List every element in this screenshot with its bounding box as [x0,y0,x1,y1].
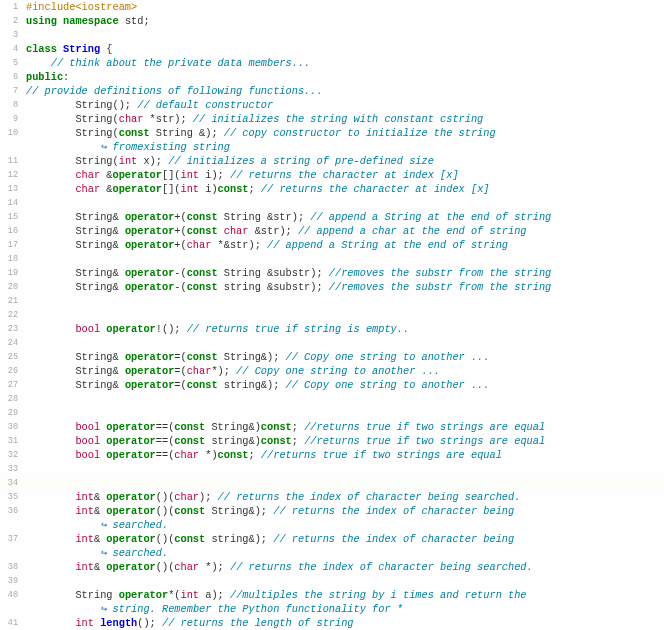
line-number: 38 [0,560,24,574]
code-line: 8 String(); // default constructor [0,98,664,112]
line-number: 28 [0,392,24,406]
code-text: public: [24,70,69,84]
code-line: 6public: [0,70,664,84]
code-line: 27 String& operator=(const string&); // … [0,378,664,392]
line-number: 30 [0,420,24,434]
code-text: // think about the private data members.… [24,56,310,70]
code-text: String& operator+(const char &str); // a… [24,224,527,238]
code-text: String& operator-(const String &substr);… [24,266,551,280]
code-line: 39 [0,574,664,588]
code-line: 2using namespace std; [0,14,664,28]
code-text: bool operator==(char *)const; //returns … [24,448,502,462]
code-text: String& operator=(const string&); // Cop… [24,378,489,392]
code-line: 17 String& operator+(char *&str); // app… [0,238,664,252]
code-text: #include<iostream> [24,0,137,14]
line-number: 4 [0,42,24,56]
line-number: 15 [0,210,24,224]
line-number: 3 [0,28,24,42]
line-number: 5 [0,56,24,70]
code-line: 24 [0,336,664,350]
line-number: 20 [0,280,24,294]
code-line: 22 [0,308,664,322]
code-line: 19 String& operator-(const String &subst… [0,266,664,280]
code-text: String& operator=(const String&); // Cop… [24,350,489,364]
code-line: 11 String(int x); // initializes a strin… [0,154,664,168]
code-line: 33 [0,462,664,476]
line-number: 39 [0,574,24,588]
code-listing: 1#include<iostream>2using namespace std;… [0,0,664,630]
line-number: 40 [0,588,24,602]
line-number: 12 [0,168,24,182]
code-text: String(const String &); // copy construc… [24,126,496,140]
line-number: 27 [0,378,24,392]
line-number: 14 [0,196,24,210]
line-number: 11 [0,154,24,168]
line-number: 18 [0,252,24,266]
line-number: 31 [0,434,24,448]
wrap-arrow-icon: ↪ [100,603,112,615]
code-text: int& operator()(char *); // returns the … [24,560,533,574]
line-number: 29 [0,406,24,420]
line-number: 26 [0,364,24,378]
code-text: int& operator()(const String&); // retur… [24,504,514,518]
code-line: 38 int& operator()(char *); // returns t… [0,560,664,574]
code-line: 36 int& operator()(const String&); // re… [0,504,664,518]
code-line: 13 char &operator[](int i)const; // retu… [0,182,664,196]
code-text: String& operator+(char *&str); // append… [24,238,508,252]
code-text: String& operator-(const string &substr);… [24,280,551,294]
line-number: 6 [0,70,24,84]
code-line: 18 [0,252,664,266]
line-number: 25 [0,350,24,364]
code-line: 32 bool operator==(char *)const; //retur… [0,448,664,462]
code-line: 41 int length(); // returns the length o… [0,616,664,630]
line-number: 9 [0,112,24,126]
code-line: 16 String& operator+(const char &str); /… [0,224,664,238]
code-line: 4class String { [0,42,664,56]
line-number: 19 [0,266,24,280]
code-line: 15 String& operator+(const String &str);… [0,210,664,224]
code-text: String& operator=(char*); // Copy one st… [24,364,440,378]
code-line: 34 [0,476,664,490]
line-number: 13 [0,182,24,196]
code-line: 28 [0,392,664,406]
code-line: 31 bool operator==(const string&)const; … [0,434,664,448]
code-line: 12 char &operator[](int i); // returns t… [0,168,664,182]
code-line: 14 [0,196,664,210]
line-number: 2 [0,14,24,28]
code-line: 10 String(const String &); // copy const… [0,126,664,140]
code-text: bool operator==(const string&)const; //r… [24,434,545,448]
code-line: 5 // think about the private data member… [0,56,664,70]
code-line: 1#include<iostream> [0,0,664,14]
wrap-arrow-icon: ↪ [100,547,112,559]
line-number: 7 [0,84,24,98]
code-text: char &operator[](int i); // returns the … [24,168,459,182]
code-text: bool operator!(); // returns true if str… [24,322,409,336]
code-text: // provide definitions of following func… [24,84,323,98]
code-line: 21 [0,294,664,308]
code-text: String(int x); // initializes a string o… [24,154,434,168]
code-line-wrap: ↪ string. Remember the Python functional… [0,602,664,616]
code-text: int length(); // returns the length of s… [24,616,354,630]
code-line-wrap: ↪ searched. [0,546,664,560]
line-number: 1 [0,0,24,14]
code-line: 29 [0,406,664,420]
code-text: int& operator()(const string&); // retur… [24,532,514,546]
code-text: int& operator()(char); // returns the in… [24,490,520,504]
line-number: 21 [0,294,24,308]
code-text: class String { [24,42,113,56]
line-number: 17 [0,238,24,252]
code-text: String operator*(int a); //multiples the… [24,588,527,602]
code-line: 25 String& operator=(const String&); // … [0,350,664,364]
code-text: using namespace std; [24,14,150,28]
code-line: 7// provide definitions of following fun… [0,84,664,98]
line-number: 24 [0,336,24,350]
wrap-arrow-icon: ↪ [100,141,112,153]
code-text: bool operator==(const String&)const; //r… [24,420,545,434]
line-number: 34 [0,476,24,490]
line-number: 35 [0,490,24,504]
code-text: char &operator[](int i)const; // returns… [24,182,490,196]
code-text: String& operator+(const String &str); //… [24,210,551,224]
code-text: String(); // default constructor [24,98,273,112]
line-number: 41 [0,616,24,630]
code-text: ↪ searched. [24,546,168,560]
